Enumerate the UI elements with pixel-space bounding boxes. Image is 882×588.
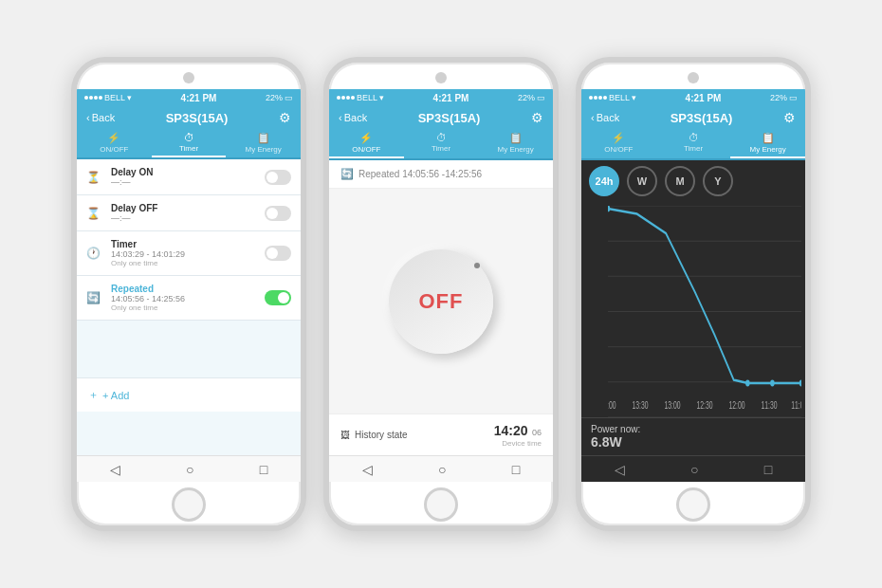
carrier-2: BELL <box>357 93 377 102</box>
delay-off-time: —:— <box>111 213 265 223</box>
repeated-toggle[interactable] <box>265 290 291 305</box>
tab-onoff-label-1: ON/OFF <box>100 145 128 154</box>
tab-energy-2[interactable]: 📋 My Energy <box>478 129 553 158</box>
delay-on-name: Delay ON <box>111 167 265 177</box>
plus-icon-1: ＋ <box>88 388 99 402</box>
nav-title-2: SP3S(15A) <box>418 111 481 125</box>
nav-title-3: SP3S(15A) <box>671 111 733 125</box>
nav-home-btn-1[interactable]: ○ <box>186 462 193 477</box>
battery-icon-2: ▭ <box>537 93 545 102</box>
tab-timer-1[interactable]: ⏱ Timer <box>152 129 227 157</box>
nav-square-btn-1[interactable]: □ <box>260 462 267 477</box>
energy-icon-2: 📋 <box>509 132 523 144</box>
sched-row-delay-off: ⌛ Delay OFF —:— <box>77 195 301 231</box>
history-state[interactable]: 🖼 History state <box>340 430 408 440</box>
delay-on-toggle[interactable] <box>265 170 291 185</box>
gear-icon-2[interactable]: ⚙ <box>531 110 543 125</box>
home-button-2[interactable] <box>424 487 458 522</box>
range-m[interactable]: M <box>665 166 695 196</box>
tab-onoff-1[interactable]: ⚡ ON/OFF <box>77 129 152 157</box>
bottom-nav-1: ◁ ○ □ <box>77 455 301 482</box>
tab-onoff-2[interactable]: ⚡ ON/OFF <box>329 129 404 158</box>
device-time: 14:20 06 Device time <box>494 422 542 448</box>
back-btn-3[interactable]: ‹ Back <box>591 112 619 123</box>
range-y[interactable]: Y <box>703 166 733 196</box>
time-range-bar: 24h W M Y <box>581 160 805 202</box>
history-state-label: History state <box>355 430 408 440</box>
nav-home-btn-2[interactable]: ○ <box>438 462 446 477</box>
history-icon: 🖼 <box>340 430 350 440</box>
nav-header-2: ‹ Back SP3S(15A) ⚙ <box>329 106 553 129</box>
svg-text:12:30: 12:30 <box>696 400 712 412</box>
phones-container: BELL ▾ 4:21 PM 22% ▭ ‹ Back SP3S(15A) ⚙ <box>71 57 811 531</box>
svg-point-14 <box>745 380 750 387</box>
timer-sched-info: Timer 14:03:29 - 14:01:29 Only one time <box>111 239 265 267</box>
add-button-1[interactable]: ＋ + Add <box>77 377 301 412</box>
svg-text:12:00: 12:00 <box>728 400 744 412</box>
time-1: 4:21 PM <box>181 93 217 103</box>
svg-text:11:00: 11:00 <box>791 400 801 412</box>
delay-off-info: Delay OFF —:— <box>111 203 265 223</box>
home-button-1[interactable] <box>172 487 206 522</box>
nav-square-btn-2[interactable]: □ <box>512 462 520 477</box>
onoff-icon-2: ⚡ <box>359 132 373 144</box>
chevron-left-icon-3: ‹ <box>591 112 595 123</box>
phone-1: BELL ▾ 4:21 PM 22% ▭ ‹ Back SP3S(15A) ⚙ <box>71 57 306 531</box>
nav-back-btn-3[interactable]: ◁ <box>615 462 625 477</box>
battery-icon-1: ▭ <box>285 93 293 102</box>
nav-square-btn-3[interactable]: □ <box>764 462 772 477</box>
tab-energy-3[interactable]: 📋 My Energy <box>730 129 805 158</box>
delay-on-time: —:— <box>111 177 265 187</box>
phone-1-inner: BELL ▾ 4:21 PM 22% ▭ ‹ Back SP3S(15A) ⚙ <box>77 89 301 482</box>
repeated-sub: Only one time <box>111 303 265 312</box>
nav-back-btn-1[interactable]: ◁ <box>110 462 120 477</box>
tab-timer-2[interactable]: ⏱ Timer <box>404 129 479 158</box>
svg-text:14:00: 14:00 <box>608 400 616 412</box>
back-btn-2[interactable]: ‹ Back <box>339 112 367 123</box>
phone-3: BELL ▾ 4:21 PM 22% ▭ ‹ Back SP3S(15A) ⚙ <box>576 57 811 531</box>
wifi-icon-3: ▾ <box>632 93 636 102</box>
power-button-2[interactable]: OFF <box>389 249 493 354</box>
wifi-icon-2: ▾ <box>379 93 384 102</box>
carrier-3: BELL <box>609 93 630 102</box>
device-time-label-text: Device time <box>494 439 542 448</box>
tab-energy-label-1: My Energy <box>246 145 282 154</box>
nav-back-btn-2[interactable]: ◁ <box>362 462 373 477</box>
svg-point-15 <box>770 380 775 387</box>
device-time-big: 14:20 <box>494 423 528 438</box>
status-bar-2: BELL ▾ 4:21 PM 22% ▭ <box>329 89 553 106</box>
repeated-info-2: Repeated 14:05:56 -14:25:56 <box>358 169 482 179</box>
carrier-1: BELL <box>104 93 125 102</box>
range-24h[interactable]: 24h <box>589 166 619 196</box>
range-w[interactable]: W <box>627 166 657 196</box>
nav-home-btn-3[interactable]: ○ <box>690 462 698 477</box>
svg-point-13 <box>608 206 610 211</box>
switch-info-bar: 🔄 Repeated 14:05:56 -14:25:56 <box>329 160 553 189</box>
tab-energy-1[interactable]: 📋 My Energy <box>226 129 301 157</box>
switch-center: OFF <box>329 189 553 413</box>
svg-text:11:30: 11:30 <box>761 400 777 412</box>
repeated-icon-2: 🔄 <box>340 168 354 180</box>
timer-icon-2: ⏱ <box>436 132 447 143</box>
tab-bar-3: ⚡ ON/OFF ⏱ Timer 📋 My Energy <box>581 129 805 160</box>
timer-icon-1: ⏱ <box>184 132 194 143</box>
onoff-icon-1: ⚡ <box>107 132 120 144</box>
svg-text:13:00: 13:00 <box>664 400 680 412</box>
bottom-nav-3: ◁ ○ □ <box>581 455 805 482</box>
gear-icon-1[interactable]: ⚙ <box>279 110 291 125</box>
back-btn-1[interactable]: ‹ Back <box>86 112 115 123</box>
status-bar-1: BELL ▾ 4:21 PM 22% ▭ <box>77 89 301 106</box>
time-2: 4:21 PM <box>433 93 469 103</box>
tab-timer-3[interactable]: ⏱ Timer <box>656 129 731 158</box>
home-button-3[interactable] <box>676 487 710 522</box>
signal-3: BELL ▾ <box>589 93 636 102</box>
tab-onoff-3[interactable]: ⚡ ON/OFF <box>581 129 656 158</box>
sched-row-delay-on: ⏳ Delay ON —:— <box>77 159 301 195</box>
delay-off-toggle[interactable] <box>265 206 291 221</box>
battery-3: 22% ▭ <box>770 93 798 102</box>
chevron-left-icon-2: ‹ <box>339 112 342 123</box>
repeated-info: Repeated 14:05:56 - 14:25:56 Only one ti… <box>111 284 265 312</box>
nav-title-1: SP3S(15A) <box>166 111 229 125</box>
gear-icon-3[interactable]: ⚙ <box>783 110 796 125</box>
timer-toggle[interactable] <box>265 246 291 261</box>
